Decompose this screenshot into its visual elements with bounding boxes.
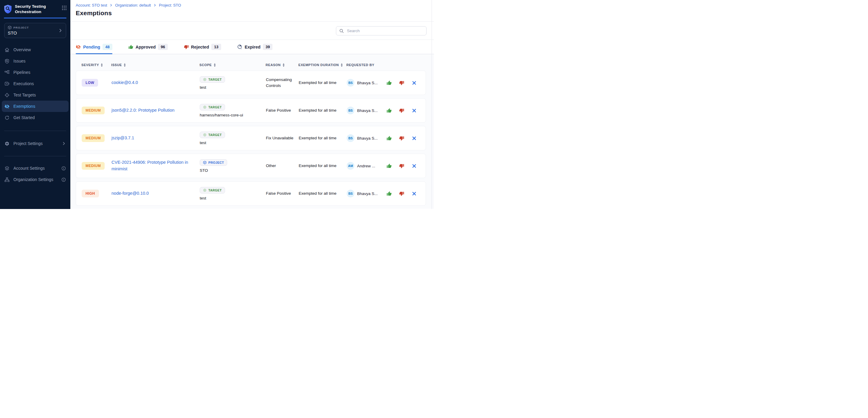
org-gear-icon [4, 177, 9, 182]
tab-rejected[interactable]: Rejected 13 [184, 40, 221, 54]
scope-badge: PROJECT [200, 159, 227, 166]
requester-name: Bhavya S... [357, 191, 378, 196]
issue-link[interactable]: CVE-2021-44906: Prototype Pollution in m… [112, 159, 200, 172]
exemption-duration: Exempted for all time [299, 107, 347, 113]
thumb-up-icon [128, 45, 133, 49]
target-scope-icon [203, 78, 207, 81]
exemptions-table: SEVERITY ISSUE SCOPE REASON EXEMPTION DU… [70, 54, 434, 209]
dismiss-button[interactable] [410, 134, 418, 142]
avatar: BS [347, 107, 354, 114]
issue-link[interactable]: json5@2.2.0: Prototype Pollution [112, 107, 182, 114]
sidebar-item-label: Issues [13, 59, 25, 63]
scope-name: STO [200, 168, 208, 173]
tab-count-badge: 96 [158, 44, 167, 50]
severity-badge: HIGH [82, 190, 99, 197]
reason: Fix Unavailable [266, 135, 299, 141]
sidebar-item-label: Test Targets [13, 93, 36, 97]
app-title: Security Testing Orchestration [15, 4, 53, 14]
approve-button[interactable] [385, 190, 393, 197]
get-started-icon [4, 115, 9, 120]
clock-expired-icon [237, 44, 242, 49]
requester-name: Bhavya S... [357, 81, 378, 85]
tab-approved[interactable]: Approved 96 [128, 40, 168, 54]
column-header-reason[interactable]: REASON [266, 63, 299, 67]
approve-button[interactable] [385, 107, 393, 114]
approve-button[interactable] [385, 162, 393, 170]
dismiss-button[interactable] [410, 107, 418, 114]
home-icon [4, 47, 9, 53]
issue-link[interactable]: jszip@3.7.1 [112, 135, 142, 141]
target-icon [4, 93, 9, 98]
project-selector[interactable]: PROJECT STO [4, 23, 66, 38]
sidebar-nav: Overview Issues Pipelines Executions [0, 44, 70, 123]
chevron-right-icon [110, 4, 113, 7]
chevron-right-icon [58, 28, 63, 33]
sidebar-item-exemptions[interactable]: Exemptions [2, 101, 68, 112]
scope-name: harness/harness-core-ui [200, 113, 243, 117]
table-row: HIGH node-forge@0.10.0 TARGET test False… [76, 181, 426, 206]
breadcrumb-organization[interactable]: Organization: default [115, 3, 151, 7]
severity-badge: LOW [82, 79, 98, 86]
sidebar-item-issues[interactable]: Issues [0, 56, 70, 67]
tab-pending[interactable]: Pending 48 [76, 40, 113, 54]
table-body: LOW cookie@0.4.0 TARGET test Compensatin… [76, 71, 434, 206]
column-header-scope[interactable]: SCOPE [199, 63, 266, 67]
reject-button[interactable] [398, 107, 405, 114]
sidebar-item-executions[interactable]: Executions [0, 78, 70, 89]
sidebar-item-pipelines[interactable]: Pipelines [0, 67, 70, 78]
reject-button[interactable] [398, 79, 405, 86]
reason: Other [266, 163, 299, 169]
column-header-issue[interactable]: ISSUE [111, 63, 199, 67]
issue-link[interactable]: node-forge@0.10.0 [112, 190, 156, 197]
tab-count-badge: 48 [102, 44, 112, 50]
breadcrumb-project[interactable]: Project: STO [159, 3, 181, 7]
sidebar-item-label: Project Settings [13, 141, 42, 146]
info-icon[interactable] [61, 177, 66, 182]
avatar: AM [347, 162, 354, 170]
sidebar-item-overview[interactable]: Overview [0, 44, 70, 56]
scope-type-label: PROJECT [208, 161, 224, 164]
severity-badge: MEDIUM [82, 107, 104, 114]
dismiss-button[interactable] [410, 190, 418, 197]
requester-name: Bhavya S... [357, 108, 378, 113]
sidebar-item-project-settings[interactable]: Project Settings [0, 138, 70, 149]
table-row: MEDIUM json5@2.2.0: Prototype Pollution … [76, 98, 426, 123]
table-row: MEDIUM jszip@3.7.1 TARGET test Fix Unava… [76, 126, 426, 150]
severity-badge: MEDIUM [82, 134, 104, 142]
info-icon[interactable] [61, 166, 66, 171]
requester-name: Andrew ... [357, 164, 375, 168]
reject-button[interactable] [398, 134, 405, 142]
scope-name: test [200, 85, 206, 90]
scope-type-label: TARGET [208, 188, 222, 192]
sto-shield-logo-icon [4, 4, 12, 14]
module-grid-icon[interactable] [62, 5, 67, 10]
sidebar-item-account-settings[interactable]: Account Settings [0, 163, 70, 174]
column-header-exemption-duration[interactable]: EXEMPTION DURATION [299, 63, 346, 67]
tab-count-badge: 13 [211, 44, 221, 50]
severity-badge: MEDIUM [82, 162, 104, 170]
sidebar-item-label: Exemptions [13, 104, 35, 109]
sidebar-item-test-targets[interactable]: Test Targets [0, 89, 70, 101]
sidebar-item-label: Pipelines [13, 70, 30, 75]
breadcrumb-account[interactable]: Account: STO test [76, 3, 107, 7]
column-header-severity[interactable]: SEVERITY [82, 63, 111, 67]
approve-button[interactable] [385, 134, 393, 142]
project-selector-label: PROJECT [13, 26, 29, 29]
reject-button[interactable] [398, 190, 405, 197]
search-input[interactable] [346, 28, 423, 33]
sidebar-accent-bar [4, 18, 66, 19]
scope-name: test [200, 196, 206, 200]
dismiss-button[interactable] [410, 162, 418, 170]
table-header: SEVERITY ISSUE SCOPE REASON EXEMPTION DU… [76, 63, 426, 67]
tab-expired[interactable]: Expired 39 [237, 40, 273, 54]
approve-button[interactable] [385, 79, 393, 86]
issue-link[interactable]: cookie@0.4.0 [112, 79, 146, 86]
sidebar-item-get-started[interactable]: Get Started [0, 112, 70, 123]
exemption-duration: Exempted for all time [299, 135, 347, 141]
reject-button[interactable] [398, 162, 405, 170]
target-scope-icon [203, 133, 207, 137]
sidebar-item-organization-settings[interactable]: Organization Settings [0, 174, 70, 185]
sidebar-item-label: Organization Settings [13, 177, 53, 182]
dismiss-button[interactable] [410, 79, 418, 86]
breadcrumb: Account: STO test Organization: default … [76, 3, 434, 7]
